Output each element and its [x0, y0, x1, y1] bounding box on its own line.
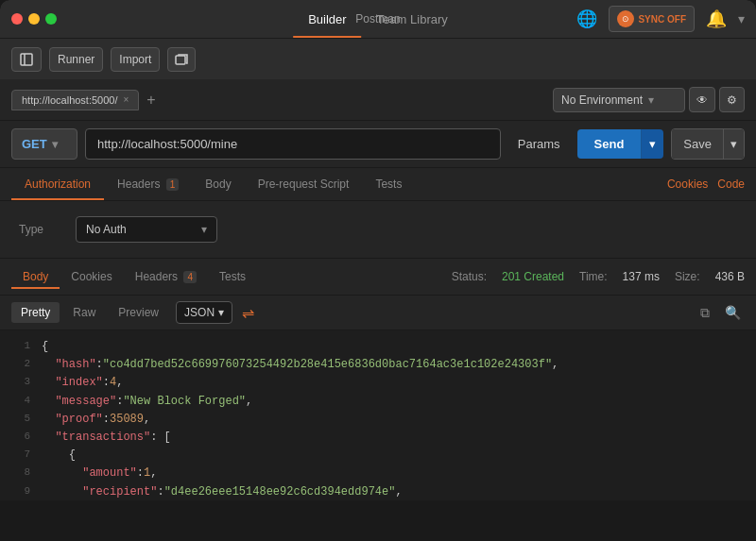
json-line-2: 2 "hash": "co4dd7bed52c669976073254492b2…: [11, 356, 745, 374]
code-link[interactable]: Code: [717, 178, 745, 191]
gear-icon: ⚙: [727, 93, 737, 107]
env-selector: No Environment ▾ 👁 ⚙: [553, 87, 745, 112]
json-line-9: 9 "recipient": "d4ee26eee15148ee92c6cd39…: [11, 483, 745, 501]
sync-icon: ⊙: [617, 10, 634, 27]
runner-button[interactable]: Runner: [49, 47, 103, 72]
json-line-6: 6 "transactions": [: [11, 429, 745, 447]
resp-tab-tests[interactable]: Tests: [208, 264, 257, 289]
sidebar-toggle-button[interactable]: [11, 47, 42, 72]
method-chevron-icon: ▾: [52, 138, 58, 151]
svg-rect-0: [21, 54, 32, 65]
import-button[interactable]: Import: [111, 47, 160, 72]
url-tabs: http://localhost:5000/ × +: [11, 90, 545, 110]
method-selector[interactable]: GET ▾: [11, 128, 77, 160]
resp-tab-headers[interactable]: Headers 4: [124, 264, 208, 289]
request-bar: GET ▾ Params Send ▾ Save ▾: [0, 121, 756, 168]
toolbar: Runner Import: [0, 38, 756, 79]
json-body: 1 { 2 "hash": "co4dd7bed52c6699760732544…: [0, 330, 756, 500]
send-button-group: Send ▾: [577, 129, 664, 159]
time-label: Time:: [579, 270, 608, 283]
save-chevron-icon: ▾: [730, 137, 737, 151]
send-dropdown-button[interactable]: ▾: [641, 129, 663, 159]
size-value: 436 B: [715, 270, 745, 283]
auth-type-label: Type: [19, 223, 57, 236]
traffic-lights: [11, 13, 57, 25]
json-line-1: 1 {: [11, 338, 745, 356]
svg-rect-2: [176, 56, 185, 64]
time-value: 137 ms: [623, 270, 660, 283]
url-input[interactable]: [85, 128, 501, 160]
preview-button[interactable]: Preview: [109, 302, 168, 323]
env-eye-button[interactable]: 👁: [689, 87, 715, 112]
body-toolbar: Pretty Raw Preview JSON ▾ ⇌ ⧉ 🔍: [0, 296, 756, 330]
world-icon[interactable]: 🌐: [576, 8, 597, 29]
resp-headers-badge: 4: [183, 271, 197, 283]
url-tab-bar: http://localhost:5000/ × + No Environmen…: [0, 79, 756, 121]
new-window-button[interactable]: [167, 47, 196, 72]
raw-button[interactable]: Raw: [63, 302, 105, 323]
env-gear-button[interactable]: ⚙: [719, 87, 745, 112]
request-tabs-right: Cookies Code: [667, 178, 745, 191]
response-tabs: Body Cookies Headers 4 Tests: [11, 264, 257, 289]
tab-pre-request-script[interactable]: Pre-request Script: [245, 168, 363, 200]
add-tab-button[interactable]: +: [143, 92, 159, 109]
minimize-button[interactable]: [28, 13, 40, 25]
title-bar: Postman Builder Team Library 🌐 ⊙ SYNC OF…: [0, 0, 756, 38]
tab-tests[interactable]: Tests: [362, 168, 415, 200]
auth-section: Type No Auth ▾: [0, 201, 756, 259]
tab-team-library[interactable]: Team Library: [362, 0, 463, 38]
auth-type-dropdown[interactable]: No Auth ▾: [76, 216, 217, 243]
json-line-5: 5 "proof": 35089,: [11, 411, 745, 429]
resp-tab-body[interactable]: Body: [11, 264, 60, 289]
format-chevron-icon: ▾: [218, 306, 224, 319]
request-tabs-left: Authorization Headers 1 Body Pre-request…: [11, 168, 415, 200]
tab-builder[interactable]: Builder: [293, 0, 361, 38]
auth-chevron-icon: ▾: [201, 223, 207, 236]
resp-tab-cookies[interactable]: Cookies: [60, 264, 123, 289]
url-tab-item[interactable]: http://localhost:5000/ ×: [11, 90, 139, 110]
tab-headers[interactable]: Headers 1: [104, 168, 192, 200]
sync-button[interactable]: ⊙ SYNC OFF: [609, 6, 695, 32]
beautify-button[interactable]: ⇌: [236, 302, 260, 324]
chevron-down-icon[interactable]: ▾: [738, 11, 745, 26]
close-button[interactable]: [11, 13, 23, 25]
json-line-7: 7 {: [11, 447, 745, 465]
size-label: Size:: [675, 270, 700, 283]
tab-body[interactable]: Body: [192, 168, 244, 200]
env-chevron-icon: ▾: [648, 93, 654, 107]
eye-icon: 👁: [696, 93, 708, 107]
json-line-8: 8 "amount": 1,: [11, 465, 745, 482]
headers-badge: 1: [166, 178, 180, 191]
maximize-button[interactable]: [45, 13, 57, 25]
format-selector[interactable]: JSON ▾: [176, 301, 232, 324]
body-toolbar-right: ⧉ 🔍: [696, 303, 745, 323]
response-meta: Status: 201 Created Time: 137 ms Size: 4…: [452, 270, 745, 283]
search-button[interactable]: 🔍: [721, 303, 745, 323]
cookies-link[interactable]: Cookies: [667, 178, 708, 191]
json-line-3: 3 "index": 4,: [11, 374, 745, 392]
status-label: Status:: [452, 270, 487, 283]
params-button[interactable]: Params: [508, 129, 570, 159]
pretty-button[interactable]: Pretty: [11, 302, 60, 323]
tab-authorization[interactable]: Authorization: [11, 168, 104, 200]
send-chevron-icon: ▾: [649, 137, 656, 151]
send-button[interactable]: Send: [577, 129, 642, 159]
env-dropdown[interactable]: No Environment ▾: [553, 88, 685, 112]
title-bar-right: 🌐 ⊙ SYNC OFF 🔔 ▾: [576, 6, 745, 32]
copy-button[interactable]: ⧉: [696, 303, 713, 323]
response-header: Body Cookies Headers 4 Tests Status: 201…: [0, 259, 756, 296]
request-tabs: Authorization Headers 1 Body Pre-request…: [0, 168, 756, 201]
save-button-group: Save ▾: [671, 128, 745, 160]
bell-icon[interactable]: 🔔: [706, 8, 727, 29]
save-button[interactable]: Save: [672, 129, 723, 159]
save-dropdown-button[interactable]: ▾: [723, 129, 744, 159]
url-tab-close[interactable]: ×: [124, 94, 129, 105]
json-line-4: 4 "message": "New Block Forged",: [11, 393, 745, 411]
status-value: 201 Created: [502, 270, 564, 283]
